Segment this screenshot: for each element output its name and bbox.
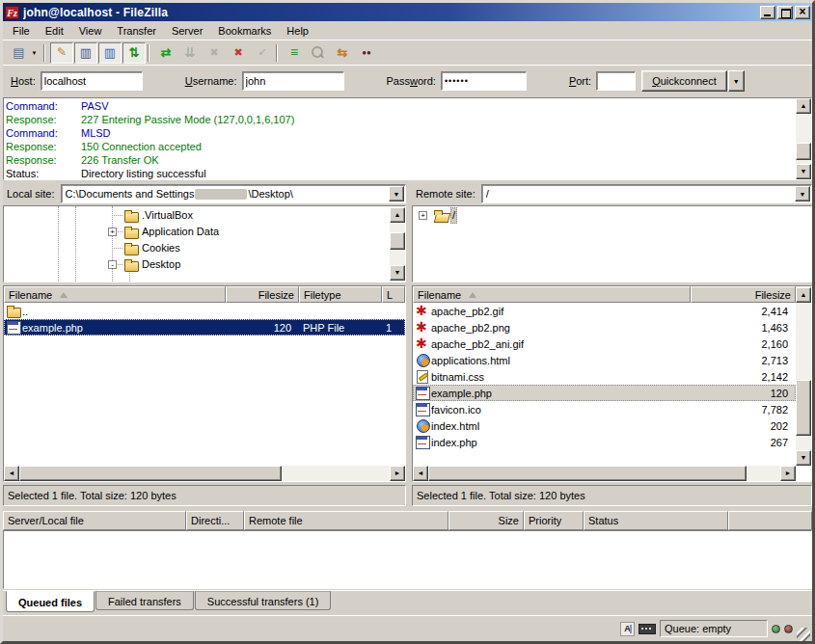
column-header-remote-file[interactable]: Remote file [244, 511, 448, 530]
local-directory-tree: .VirtualBox Application Data Cookies Des… [3, 205, 406, 282]
menu-item[interactable]: Server [164, 23, 210, 39]
remote-list-scrollbar[interactable]: ▲ ▼ [796, 287, 811, 466]
app-icon: Fz [5, 6, 19, 19]
scroll-up-icon[interactable]: ▲ [390, 207, 405, 223]
scrollbar-thumb[interactable] [428, 466, 747, 481]
file-row[interactable]: apache_pb2.gif 2,414 [413, 303, 796, 319]
menu-item[interactable]: Transfer [109, 23, 164, 39]
tree-item[interactable]: .VirtualBox [4, 207, 388, 224]
remote-site-label: Remote site: [412, 185, 481, 202]
folder-icon [123, 257, 140, 272]
column-header-status[interactable]: Status [584, 511, 728, 530]
file-row[interactable]: apache_pb2_ani.gif 2,160 [413, 335, 796, 352]
queue-tab[interactable]: Failed transfers [95, 591, 194, 610]
queue-tabs: Queued filesFailed transfersSuccessful t… [3, 590, 812, 612]
scrollbar-thumb[interactable] [796, 380, 811, 436]
filter-button[interactable] [283, 42, 306, 64]
username-input[interactable] [242, 71, 344, 91]
queue-tab[interactable]: Queued files [6, 591, 95, 612]
quickconnect-button[interactable]: Quickconnect [641, 70, 727, 92]
column-header-priority[interactable]: Priority [524, 511, 584, 530]
local-tree-scrollbar[interactable]: ▲ ▼ [390, 207, 405, 281]
scrollbar-thumb[interactable] [390, 232, 405, 250]
column-header-last-modified[interactable]: L [382, 286, 405, 303]
remote-site-combo[interactable]: / ▼ [481, 184, 812, 203]
cancel-operation-button [203, 42, 226, 64]
tree-item[interactable]: Desktop [4, 256, 388, 273]
file-row[interactable]: index.html 202 [413, 417, 796, 434]
toggle-message-log-button[interactable] [50, 42, 73, 64]
file-row[interactable]: apache_pb2.png 1,463 [413, 319, 796, 335]
file-row[interactable]: example.php 120 PHP File 1 [4, 319, 405, 335]
port-input[interactable] [596, 71, 636, 91]
column-header-server-local-file[interactable]: Server/Local file [3, 511, 186, 530]
scroll-right-icon[interactable]: ► [780, 466, 796, 481]
column-header-filesize[interactable]: Filesize [691, 286, 796, 303]
chevron-down-icon[interactable]: ▼ [795, 186, 810, 201]
local-site-combo[interactable]: C:\Documents and Settings\Desktop\ ▼ [61, 184, 406, 203]
column-header-direction[interactable]: Directi... [186, 511, 244, 530]
site-manager-button[interactable] [7, 42, 41, 64]
remote-list-hscrollbar[interactable]: ◄ ► [413, 466, 796, 481]
toggle-local-tree-button[interactable] [74, 42, 97, 64]
scroll-down-icon[interactable]: ▼ [796, 164, 811, 179]
quickconnect-dropdown-button[interactable]: ▼ [728, 70, 745, 92]
file-row[interactable]: favicon.ico 7,782 [413, 401, 796, 417]
chevron-down-icon[interactable]: ▼ [389, 186, 404, 201]
disconnect-button[interactable] [227, 42, 250, 64]
queue-tab[interactable]: Successful transfers (1) [195, 591, 332, 610]
find-files-button[interactable] [355, 42, 378, 64]
menu-item[interactable]: View [71, 23, 110, 39]
column-header-size[interactable]: Size [448, 511, 524, 530]
column-header-filetype[interactable]: Filetype [299, 286, 382, 303]
column-header-filename[interactable]: Filename [413, 286, 691, 303]
resize-grip[interactable] [797, 628, 810, 641]
minimize-button[interactable] [760, 6, 775, 19]
queue-list[interactable] [3, 530, 812, 589]
toggle-transfer-queue-button[interactable] [122, 42, 146, 64]
log-scrollbar[interactable]: ▲ ▼ [796, 98, 811, 179]
filename: index.php [431, 437, 477, 448]
local-path: C:\Documents and Settings\Desktop\ [66, 188, 388, 201]
toggle-remote-tree-button[interactable] [98, 42, 122, 64]
scrollbar-thumb[interactable] [19, 466, 282, 481]
close-button[interactable] [795, 6, 810, 19]
toolbar-separator [147, 42, 153, 64]
scroll-down-icon[interactable]: ▼ [390, 265, 405, 281]
filesize: 7,782 [691, 404, 796, 416]
log-line: Response:150 Connection accepted [6, 140, 794, 153]
scroll-right-icon[interactable]: ► [390, 466, 405, 481]
refresh-button[interactable] [154, 42, 177, 64]
tree-item[interactable]: Application Data [4, 224, 388, 240]
password-input[interactable] [441, 71, 527, 91]
tree-item[interactable]: / [413, 207, 809, 224]
column-header-filename[interactable]: Filename [4, 286, 226, 303]
menu-item[interactable]: Bookmarks [210, 23, 279, 39]
expander-icon[interactable] [419, 211, 427, 220]
scroll-up-icon[interactable]: ▲ [796, 98, 811, 114]
menu-item[interactable]: File [5, 23, 38, 39]
scroll-up-icon[interactable]: ▲ [796, 287, 811, 303]
local-list-hscrollbar[interactable]: ◄ ► [4, 466, 405, 481]
scroll-down-icon[interactable]: ▼ [796, 450, 811, 466]
menu-item[interactable]: Edit [38, 23, 71, 39]
filename: .. [22, 306, 28, 317]
expander-icon[interactable] [108, 260, 117, 269]
column-header-filesize[interactable]: Filesize [226, 286, 299, 303]
scrollbar-thumb[interactable] [796, 143, 811, 160]
menu-item[interactable]: Help [279, 23, 316, 39]
file-row[interactable]: .. [4, 303, 405, 319]
tree-item[interactable]: Cookies [4, 240, 388, 256]
file-row[interactable]: bitnami.css 2,142 [413, 368, 796, 385]
titlebar[interactable]: Fz john@localhost - FileZilla [3, 3, 812, 21]
host-input[interactable] [41, 71, 143, 91]
tree-item-label: / [450, 207, 457, 224]
sync-browsing-button[interactable] [331, 42, 354, 64]
file-row[interactable]: index.php 267 [413, 434, 796, 450]
maximize-button[interactable] [777, 6, 793, 19]
scroll-left-icon[interactable]: ◄ [413, 466, 428, 481]
file-row[interactable]: applications.html 2,713 [413, 352, 796, 368]
expander-icon[interactable] [108, 228, 117, 236]
scroll-left-icon[interactable]: ◄ [4, 466, 19, 481]
file-row[interactable]: example.php 120 [413, 385, 796, 401]
